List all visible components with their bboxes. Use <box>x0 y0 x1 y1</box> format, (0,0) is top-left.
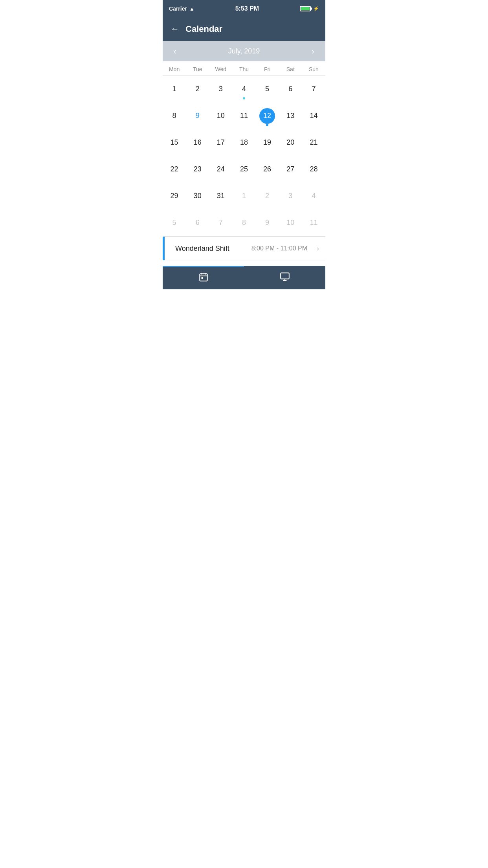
event-dot <box>243 97 245 99</box>
day-number: 30 <box>190 188 205 204</box>
calendar-cell[interactable]: 6 <box>279 76 302 103</box>
wifi-icon: ▲ <box>189 6 194 12</box>
calendar-cell[interactable]: 4 <box>302 183 325 210</box>
calendar-cell[interactable]: 10 <box>279 210 302 236</box>
calendar-cell[interactable]: 26 <box>256 156 279 183</box>
day-number: 5 <box>167 215 182 231</box>
status-left: Carrier ▲ <box>169 6 194 12</box>
tab-screen[interactable] <box>244 266 325 289</box>
day-number: 4 <box>306 188 321 204</box>
calendar-cell[interactable]: 10 <box>209 103 232 129</box>
calendar-cell[interactable]: 1 <box>163 76 186 103</box>
day-number: 24 <box>213 162 229 177</box>
calendar-cell[interactable]: 24 <box>209 156 232 183</box>
calendar-cell[interactable]: 11 <box>302 210 325 236</box>
calendar-cell[interactable]: 13 <box>279 103 302 129</box>
day-number: 31 <box>213 188 229 204</box>
day-number: 15 <box>167 135 182 151</box>
svg-rect-4 <box>201 277 203 279</box>
month-year-label: July, 2019 <box>228 47 260 55</box>
calendar-cell[interactable]: 15 <box>163 129 186 156</box>
event-item[interactable]: Wonderland Shift 8:00 PM - 11:00 PM › <box>163 237 325 261</box>
calendar-week-row: 567891011 <box>163 210 325 236</box>
tab-calendar[interactable] <box>163 266 244 289</box>
calendar-cell[interactable]: 4 <box>232 76 255 103</box>
calendar-cell[interactable]: 25 <box>232 156 255 183</box>
calendar-cell[interactable]: 8 <box>232 210 255 236</box>
calendar-week-row: 22232425262728 <box>163 156 325 183</box>
day-number: 4 <box>236 81 252 97</box>
event-content: Wonderland Shift <box>169 245 251 253</box>
event-dot <box>266 124 268 126</box>
event-chevron-icon: › <box>317 245 319 253</box>
calendar-cell[interactable]: 1 <box>232 183 255 210</box>
calendar-week-row: 1234567 <box>163 76 325 103</box>
calendar-cell[interactable]: 6 <box>186 210 209 236</box>
status-bar: Carrier ▲ 5:53 PM ⚡ <box>163 0 325 17</box>
day-number: 1 <box>167 81 182 97</box>
day-number: 9 <box>259 215 275 231</box>
calendar-cell[interactable]: 22 <box>163 156 186 183</box>
calendar-cell[interactable]: 30 <box>186 183 209 210</box>
day-number: 3 <box>213 81 229 97</box>
calendar-cell[interactable]: 7 <box>302 76 325 103</box>
calendar-cell[interactable]: 5 <box>256 76 279 103</box>
day-number: 14 <box>306 108 321 124</box>
calendar-cell[interactable]: 28 <box>302 156 325 183</box>
day-number: 7 <box>213 215 229 231</box>
calendar-cell[interactable]: 5 <box>163 210 186 236</box>
event-name: Wonderland Shift <box>175 245 229 252</box>
day-number: 8 <box>167 108 182 124</box>
prev-month-button[interactable]: ‹ <box>171 45 180 57</box>
carrier-label: Carrier <box>169 6 187 12</box>
calendar-tab-icon <box>198 272 209 285</box>
calendar-cell[interactable]: 8 <box>163 103 186 129</box>
day-number: 6 <box>190 215 205 231</box>
calendar-cell[interactable]: 3 <box>209 76 232 103</box>
header: ← Calendar <box>163 17 325 41</box>
calendar-cell[interactable]: 2 <box>186 76 209 103</box>
calendar-cell[interactable]: 17 <box>209 129 232 156</box>
weekday-header-row: Mon Tue Wed Thu Fri Sat Sun <box>163 61 325 76</box>
calendar-week-row: 2930311234 <box>163 183 325 210</box>
day-number: 29 <box>167 188 182 204</box>
calendar-cell[interactable]: 16 <box>186 129 209 156</box>
back-button[interactable]: ← <box>171 24 179 34</box>
calendar-cell[interactable]: 19 <box>256 129 279 156</box>
weekday-thu: Thu <box>232 61 255 76</box>
day-number: 9 <box>190 108 205 124</box>
status-time: 5:53 PM <box>235 5 259 12</box>
calendar-cell[interactable]: 27 <box>279 156 302 183</box>
calendar-cell[interactable]: 29 <box>163 183 186 210</box>
next-month-button[interactable]: › <box>308 45 317 57</box>
calendar-cell[interactable]: 7 <box>209 210 232 236</box>
day-number: 28 <box>306 162 321 177</box>
day-number: 13 <box>283 108 298 124</box>
calendar-cell[interactable]: 9 <box>256 210 279 236</box>
calendar-cell[interactable]: 31 <box>209 183 232 210</box>
day-number: 18 <box>236 135 252 151</box>
calendar-week-row: 15161718192021 <box>163 129 325 156</box>
weekday-fri: Fri <box>256 61 279 76</box>
tab-bar <box>163 266 325 289</box>
calendar-nav: ‹ July, 2019 › <box>163 41 325 61</box>
day-number: 23 <box>190 162 205 177</box>
bolt-icon: ⚡ <box>313 6 319 11</box>
calendar-cell[interactable]: 3 <box>279 183 302 210</box>
events-section: Wonderland Shift 8:00 PM - 11:00 PM › <box>163 236 325 266</box>
day-number: 26 <box>259 162 275 177</box>
day-number: 8 <box>236 215 252 231</box>
calendar-cell[interactable]: 14 <box>302 103 325 129</box>
day-number: 2 <box>190 81 205 97</box>
calendar-cell[interactable]: 18 <box>232 129 255 156</box>
calendar-cell[interactable]: 11 <box>232 103 255 129</box>
day-number: 10 <box>283 215 298 231</box>
svg-rect-5 <box>281 273 289 279</box>
calendar-cell[interactable]: 9 <box>186 103 209 129</box>
calendar-cell[interactable]: 20 <box>279 129 302 156</box>
calendar-cell[interactable]: 2 <box>256 183 279 210</box>
svg-rect-0 <box>200 274 207 281</box>
calendar-cell[interactable]: 21 <box>302 129 325 156</box>
calendar-cell[interactable]: 12 <box>256 103 279 129</box>
calendar-cell[interactable]: 23 <box>186 156 209 183</box>
